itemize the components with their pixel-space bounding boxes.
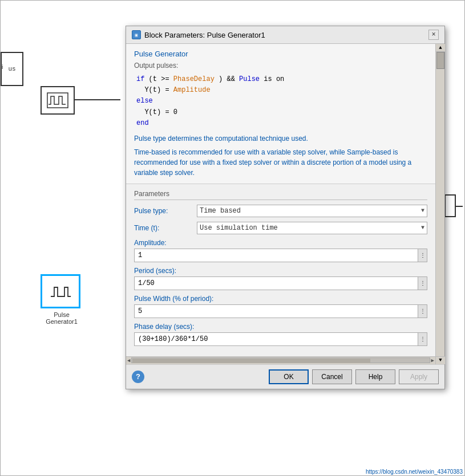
pulse-width-label-row: Pulse Width (% of period): — [134, 295, 427, 303]
period-label-row: Period (secs): — [134, 267, 427, 275]
amplitude-input-row: ⋮ — [134, 249, 427, 262]
pulse-type-value: Time based — [200, 207, 241, 215]
horizontal-scrollbar[interactable]: ◀ ▶ — [126, 356, 435, 364]
ok-button[interactable]: OK — [269, 369, 309, 384]
desc-para-1: Pulse type determines the computational … — [134, 133, 427, 144]
code-yt0: Y(t) = 0 — [136, 108, 177, 116]
code-end: end — [136, 119, 149, 127]
hscroll-track[interactable] — [131, 357, 430, 363]
help-icon-btn[interactable]: ? — [132, 371, 144, 383]
phase-delay-label: Phase delay (secs): — [134, 323, 427, 331]
dialog-title-text: Block Parameters: Pulse Generator1 — [144, 31, 265, 39]
code-pulse: Pulse — [239, 75, 260, 83]
code-if: if — [136, 75, 144, 83]
code-yt1: Y(t) = — [136, 86, 173, 94]
block-us-label: us — [8, 66, 15, 72]
apply-button[interactable]: Apply — [399, 369, 439, 384]
pulse-type-row: Pulse type: Time based ▼ — [134, 205, 427, 217]
code-amp: Amplitude — [173, 86, 211, 94]
pulse-width-menu-btn[interactable]: ⋮ — [418, 304, 427, 318]
output-pulses-label: Output pulses: — [134, 62, 427, 70]
pulse-width-label: Pulse Width (% of period): — [134, 295, 427, 303]
dialog-titlebar[interactable]: ▣ Block Parameters: Pulse Generator1 × — [126, 26, 444, 44]
vscroll-down-btn[interactable]: ▼ — [436, 356, 445, 364]
phase-delay-menu-btn[interactable]: ⋮ — [418, 332, 427, 346]
block-i-label: i — [2, 63, 3, 70]
vscroll-up-btn[interactable]: ▲ — [436, 44, 445, 52]
cancel-button[interactable]: Cancel — [312, 369, 352, 384]
canvas-pulse-block1 — [41, 86, 75, 115]
time-arrow: ▼ — [421, 225, 424, 231]
dialog-app-icon: ▣ — [132, 30, 141, 39]
help-button[interactable]: Help — [355, 369, 395, 384]
svg-rect-1 — [49, 283, 72, 300]
amplitude-menu-btn[interactable]: ⋮ — [418, 249, 427, 262]
amplitude-label-row: Amplitude: — [134, 239, 427, 247]
pulse-icon-1 — [46, 92, 69, 109]
code-cond: (t >= — [149, 75, 173, 83]
block-params-dialog: ▣ Block Parameters: Pulse Generator1 × P… — [126, 26, 445, 389]
pulse-type-label: Pulse type: — [134, 207, 197, 215]
code-else: else — [136, 97, 153, 105]
hscroll-left-btn[interactable]: ◀ — [127, 357, 130, 364]
dialog-content-area: Pulse Generator Output pulses: if (t >= … — [126, 44, 444, 364]
dialog-buttons: ? OK Cancel Help Apply — [126, 364, 444, 389]
canvas-pulse-block2[interactable] — [41, 274, 80, 308]
section-name: Pulse Generator — [134, 50, 427, 58]
pulse-type-arrow: ▼ — [421, 208, 424, 214]
hscroll-thumb[interactable] — [132, 359, 370, 363]
amplitude-input[interactable] — [134, 249, 418, 262]
period-menu-btn[interactable]: ⋮ — [418, 276, 427, 290]
params-title: Parameters — [134, 190, 427, 200]
code-and: ) && — [219, 75, 239, 83]
params-panel: Parameters Pulse type: Time based ▼ Time… — [126, 184, 435, 356]
block-us: us — [1, 52, 23, 86]
vertical-scrollbar[interactable]: ▲ ▼ — [435, 44, 444, 364]
period-label: Period (secs): — [134, 267, 427, 275]
block-pulse2-label: PulseGenerator1 — [36, 311, 87, 325]
time-label: Time (t): — [134, 224, 197, 232]
close-button[interactable]: × — [428, 30, 439, 40]
time-dropdown[interactable]: Use simulation time ▼ — [197, 222, 427, 234]
phase-delay-input[interactable] — [134, 332, 418, 346]
dialog-title-section: ▣ Block Parameters: Pulse Generator1 — [132, 30, 265, 39]
pulse-width-input-row: ⋮ — [134, 304, 427, 318]
code-is-on: is on — [264, 75, 284, 83]
amplitude-label: Amplitude: — [134, 239, 427, 247]
desc-para-2: Time-based is recommended for use with a… — [134, 147, 427, 178]
pulse-icon-2 — [49, 283, 72, 300]
canvas-right-block — [444, 194, 456, 217]
period-input-row: ⋮ — [134, 276, 427, 290]
time-value: Use simulation time — [200, 224, 278, 232]
vscroll-thumb[interactable] — [436, 52, 444, 69]
description-panel: Pulse Generator Output pulses: if (t >= … — [126, 44, 435, 184]
connector-line-1 — [75, 99, 120, 100]
code-block: if (t >= PhaseDelay ) && Pulse is on Y(t… — [134, 74, 427, 129]
time-row: Time (t): Use simulation time ▼ — [134, 222, 427, 234]
pulse-width-input[interactable] — [134, 304, 418, 318]
dialog-main-content: Pulse Generator Output pulses: if (t >= … — [126, 44, 435, 364]
watermark: https://blog.csdn.net/weixin_43470383 — [363, 467, 465, 476]
period-input[interactable] — [134, 276, 418, 290]
phase-delay-input-row: ⋮ — [134, 332, 427, 346]
phase-delay-label-row: Phase delay (secs): — [134, 323, 427, 331]
code-phase: PhaseDelay — [173, 75, 215, 83]
pulse-type-dropdown[interactable]: Time based ▼ — [197, 205, 427, 217]
hscroll-right-btn[interactable]: ▶ — [431, 357, 434, 364]
